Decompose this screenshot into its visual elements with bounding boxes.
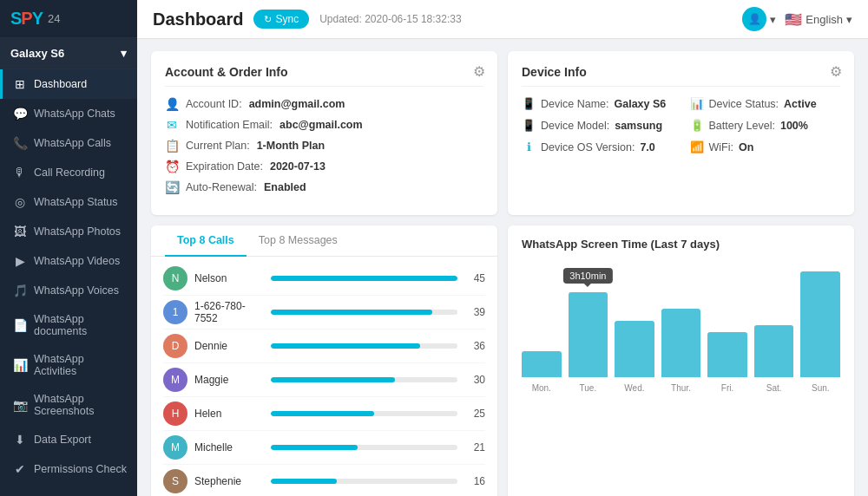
chart-bar	[754, 325, 794, 377]
whatsapp-screenshots-icon: 📷	[13, 398, 27, 412]
sidebar-item-whatsapp-videos[interactable]: ▶ WhatsApp Videos	[0, 246, 137, 276]
caller-name: 1-626-780-7552	[194, 300, 264, 324]
call-bar-fill	[271, 411, 374, 416]
call-count: 30	[464, 374, 485, 386]
bar-day-label: Sat.	[766, 383, 782, 393]
flag-icon: 🇺🇸	[785, 11, 802, 28]
avatar: M	[163, 435, 187, 460]
avatar: D	[163, 334, 187, 358]
info-value: 2020-07-13	[270, 160, 326, 173]
bar-col: Thur.	[661, 259, 701, 377]
device-info-row: ℹ Device OS Version: 7.0	[522, 140, 673, 153]
list-item: S Stephenie 16	[163, 465, 485, 496]
device-card-title: Device Info	[522, 65, 840, 87]
sidebar-item-whatsapp-calls[interactable]: 📞 WhatsApp Calls	[0, 128, 137, 158]
sidebar-item-whatsapp-photos[interactable]: 🖼 WhatsApp Photos	[0, 217, 137, 246]
chart-bar	[661, 309, 701, 377]
sidebar-item-dashboard[interactable]: ⊞ Dashboard	[0, 69, 137, 99]
bar-col: Mon.	[522, 259, 562, 377]
avatar: 👤	[742, 7, 766, 31]
tab-messages[interactable]: Top 8 Messages	[247, 225, 350, 257]
bar-day-label: Thur.	[671, 383, 691, 393]
device-name: Galaxy S6	[10, 47, 64, 60]
bar-chart: Mon.3h10minTue.Wed.Thur.Fri.Sat.Sun.	[522, 259, 840, 398]
user-menu[interactable]: 👤 ▾	[742, 7, 776, 31]
main-area: Dashboard ↻ Sync Updated: 2020-06-15 18:…	[137, 0, 868, 496]
permissions-check-icon: ✔	[13, 462, 27, 476]
info-icon: 👤	[165, 97, 179, 111]
sidebar-item-permissions-check[interactable]: ✔ Permissions Check	[0, 454, 137, 484]
account-card-title: Account & Order Info	[165, 65, 483, 87]
call-count: 36	[464, 340, 485, 352]
info-value: abc@gmail.com	[279, 119, 363, 131]
device-icon: ℹ	[522, 140, 536, 153]
screen-time-card: WhatsApp Screen Time (Last 7 days) Mon.3…	[508, 225, 854, 496]
device-info-grid: 📱 Device Name: Galaxy S6 📊 Device Status…	[522, 97, 840, 153]
bar-day-label: Wed.	[624, 383, 644, 393]
avatar: S	[163, 469, 187, 493]
bar-day-label: Mon.	[532, 383, 551, 393]
sidebar-item-label: Call Recording	[34, 166, 105, 179]
info-label: Account ID:	[186, 98, 242, 110]
list-item: 1 1-626-780-7552 39	[163, 296, 485, 330]
account-info-row: 📋 Current Plan: 1-Month Plan	[165, 139, 483, 153]
info-value: 1-Month Plan	[257, 140, 325, 152]
bar-col: Wed.	[615, 259, 654, 377]
calls-list: N Nelson 45 1 1-626-780-7552 39 D Dennie	[151, 257, 497, 496]
logo-text: SPY	[10, 9, 43, 29]
sidebar-item-whatsapp-status[interactable]: ◎ WhatsApp Status	[0, 187, 137, 217]
sidebar-item-whatsapp-screenshots[interactable]: 📷 WhatsApp Screenshots	[0, 385, 137, 425]
device-label: Battery Level:	[709, 120, 775, 132]
info-icon: 📋	[165, 139, 179, 153]
device-selector[interactable]: Galaxy S6 ▾	[0, 38, 137, 69]
info-label: Auto-Renewal:	[186, 181, 257, 193]
device-value: Active	[784, 98, 817, 110]
sidebar-item-label: Permissions Check	[34, 463, 127, 475]
device-settings-icon[interactable]: ⚙	[830, 63, 842, 80]
sidebar-item-call-recording[interactable]: 🎙 Call Recording	[0, 158, 137, 187]
bar-day-label: Sun.	[812, 383, 830, 393]
tab-calls[interactable]: Top 8 Calls	[165, 225, 247, 257]
account-info-row: ⏰ Expiration Date: 2020-07-13	[165, 160, 483, 173]
sync-icon: ↻	[264, 14, 272, 25]
sidebar-item-whatsapp-voices[interactable]: 🎵 WhatsApp Voices	[0, 276, 137, 305]
account-card: Account & Order Info ⚙ 👤 Account ID: adm…	[151, 51, 497, 215]
info-label: Notification Email:	[186, 119, 273, 131]
bar-col: 3h10minTue.	[569, 259, 608, 377]
data-export-icon: ⬇	[13, 433, 27, 447]
account-info-list: 👤 Account ID: admin@gmail.com ✉ Notifica…	[165, 97, 483, 194]
info-icon: ✉	[165, 118, 179, 132]
info-value: admin@gmail.com	[249, 98, 345, 110]
logo-num: 24	[48, 12, 60, 25]
call-count: 39	[464, 306, 485, 318]
chevron-down-icon: ▾	[121, 47, 127, 60]
bar-day-label: Fri.	[721, 383, 733, 393]
whatsapp-status-icon: ◎	[13, 195, 27, 209]
sidebar-item-label: WhatsApp Photos	[34, 225, 121, 238]
info-value: Enabled	[264, 181, 306, 193]
call-bar-track	[271, 445, 457, 450]
logo: SPY 24	[0, 0, 137, 38]
account-settings-icon[interactable]: ⚙	[473, 63, 485, 80]
device-icon: 📊	[690, 97, 704, 110]
language-selector[interactable]: 🇺🇸 English ▾	[785, 11, 852, 28]
call-bar-fill	[271, 377, 395, 382]
sidebar-item-whatsapp-documents[interactable]: 📄 WhatsApp documents	[0, 305, 137, 345]
list-item: N Nelson 45	[163, 262, 485, 296]
caller-name: Dennie	[194, 340, 264, 352]
info-icon: ⏰	[165, 160, 179, 173]
device-icon: 🔋	[690, 119, 704, 132]
whatsapp-activities-icon: 📊	[13, 358, 27, 372]
sidebar-item-whatsapp-chats[interactable]: 💬 WhatsApp Chats	[0, 99, 137, 128]
call-bar-track	[271, 343, 457, 349]
sidebar: SPY 24 Galaxy S6 ▾ ⊞ Dashboard 💬 WhatsAp…	[0, 0, 137, 496]
device-value: 100%	[780, 120, 808, 132]
user-chevron-icon: ▾	[770, 13, 776, 26]
sidebar-item-data-export[interactable]: ⬇ Data Export	[0, 425, 137, 454]
device-label: Device OS Version:	[541, 141, 635, 153]
call-bar-track	[271, 411, 457, 416]
sidebar-item-label: WhatsApp Chats	[34, 108, 115, 120]
sync-button[interactable]: ↻ Sync	[253, 10, 309, 29]
sidebar-item-whatsapp-activities[interactable]: 📊 WhatsApp Activities	[0, 345, 137, 385]
list-item: M Maggie 30	[163, 363, 485, 397]
